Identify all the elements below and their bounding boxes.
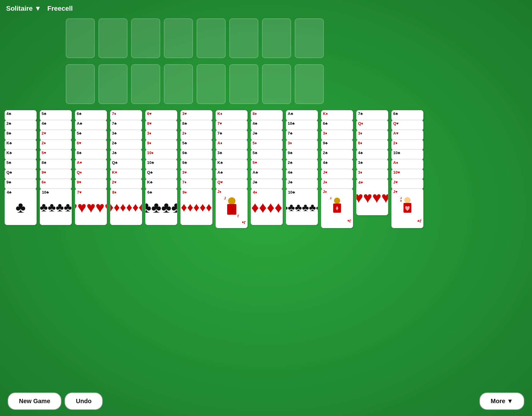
card[interactable]: J♥ xyxy=(321,169,353,180)
card[interactable]: 7♣ xyxy=(356,110,388,121)
card[interactable]: 3♦ xyxy=(356,130,388,140)
card[interactable]: 3♥ xyxy=(180,169,212,180)
card[interactable]: 4♣ xyxy=(251,120,283,131)
jack-diamonds-card-2[interactable]: J♦ J J♦ xyxy=(321,188,353,228)
card[interactable]: A♦ xyxy=(391,159,423,170)
card[interactable]: 5♣ xyxy=(180,139,212,150)
card[interactable]: 8♦ ♦♦♦♦♦♦♦♦ xyxy=(110,188,142,225)
card[interactable]: 7♦ xyxy=(180,179,212,189)
card[interactable]: 10♣ ♣♣♣♣♣♣♣♣♣♣ xyxy=(40,188,72,225)
card[interactable]: A♥ xyxy=(391,130,423,140)
card[interactable]: A♣ xyxy=(216,169,248,180)
jack-hearts-card[interactable]: J♥ J ♥ J♥ xyxy=(391,188,423,228)
card[interactable]: K♣ xyxy=(216,159,248,170)
card[interactable]: 8♣ xyxy=(5,130,37,140)
card[interactable]: 4♣ xyxy=(321,159,353,170)
more-button[interactable]: More ▼ xyxy=(479,392,524,410)
card[interactable]: 5♥ xyxy=(251,159,283,170)
foundation-slot-3[interactable] xyxy=(262,18,291,58)
card[interactable]: 5♣ xyxy=(5,159,37,170)
foundation-slot-8[interactable] xyxy=(164,64,193,104)
card[interactable]: A♣ xyxy=(75,120,107,131)
card[interactable]: 6♦ xyxy=(356,139,388,150)
card[interactable]: 7♣ xyxy=(110,120,142,131)
card[interactable]: 6♣ ♣♣♣♣♣♣ xyxy=(145,188,177,225)
card[interactable]: 8♣ xyxy=(180,120,212,131)
card[interactable]: 4♣ xyxy=(356,149,388,160)
card[interactable]: 2♣ xyxy=(286,159,318,170)
card[interactable]: 2♣ xyxy=(110,139,142,150)
freecell-slot-4[interactable] xyxy=(164,18,193,58)
foundation-slot-10[interactable] xyxy=(229,64,258,104)
card[interactable]: K♣ xyxy=(145,179,177,189)
card[interactable]: 10♦ xyxy=(145,149,177,160)
card[interactable]: K♦ xyxy=(216,110,248,121)
card[interactable]: 8♦ xyxy=(251,110,283,121)
card[interactable]: 7♥ xyxy=(216,120,248,131)
card[interactable]: 10♣ xyxy=(286,120,318,131)
card[interactable]: 6♣ xyxy=(391,110,423,121)
card[interactable]: 2♥ xyxy=(110,179,142,189)
card[interactable]: 5♣ xyxy=(251,149,283,160)
card[interactable]: 2♦ xyxy=(180,130,212,140)
card[interactable]: Q♥ xyxy=(391,120,423,131)
card[interactable]: 9♣ xyxy=(180,149,212,160)
freecell-slot-3[interactable] xyxy=(131,18,160,58)
solitaire-menu[interactable]: Solitaire ▼ xyxy=(6,5,41,13)
card[interactable]: 5♥ xyxy=(40,149,72,160)
card[interactable]: 4♣ xyxy=(40,120,72,131)
card[interactable]: 10♣ xyxy=(145,159,177,170)
card[interactable]: K♣ xyxy=(5,149,37,160)
card[interactable]: J♥ xyxy=(391,179,423,189)
card[interactable]: 9♣ xyxy=(180,159,212,170)
card[interactable]: J♣ xyxy=(251,179,283,189)
card[interactable]: 9♦ xyxy=(145,139,177,150)
foundation-slot-11[interactable] xyxy=(262,64,291,104)
card[interactable]: 9♥ xyxy=(40,169,72,180)
card[interactable]: 6♣ xyxy=(321,120,353,131)
card[interactable]: K♥ xyxy=(110,169,142,180)
card[interactable]: Q♣ xyxy=(110,159,142,170)
card[interactable]: 4♣ xyxy=(286,169,318,180)
card[interactable]: 8♣ xyxy=(75,149,107,160)
card[interactable]: J♣ xyxy=(110,149,142,160)
card[interactable]: 8♣ xyxy=(40,159,72,170)
card[interactable]: 3♣ xyxy=(110,130,142,140)
card[interactable]: 7♥ ♥♥♥♥♥♥♥ xyxy=(75,188,107,225)
foundation-slot-4[interactable] xyxy=(295,18,324,58)
card[interactable]: 7♦ xyxy=(110,110,142,121)
card[interactable]: J♦ xyxy=(321,179,353,189)
card[interactable]: 9♣ xyxy=(321,139,353,150)
card[interactable]: K♣ xyxy=(5,139,37,150)
card[interactable]: 7♣ xyxy=(216,130,248,140)
card[interactable]: 3♦ xyxy=(321,130,353,140)
card[interactable]: Q♣ xyxy=(5,169,37,180)
card[interactable]: 5♦ xyxy=(251,139,283,150)
card[interactable]: 9♦ ♦♦♦♦♦♦♦♦♦ xyxy=(180,188,212,225)
card[interactable]: A♣ xyxy=(251,169,283,180)
card[interactable]: 10♣ ♣♣♣♣♣♣♣♣♣♣ xyxy=(286,188,318,225)
card[interactable]: 5♣ xyxy=(40,110,72,121)
card[interactable]: 9♥ xyxy=(75,179,107,189)
card[interactable]: Q♦ xyxy=(75,169,107,180)
freecell-slot-1[interactable] xyxy=(66,18,95,58)
card[interactable]: 6♦ xyxy=(40,179,72,189)
card[interactable]: 4♦ ♦♦♦♦ xyxy=(251,188,283,225)
card[interactable]: A♣ xyxy=(286,110,318,121)
card[interactable]: Q♣ xyxy=(145,169,177,180)
foundation-slot-5[interactable] xyxy=(66,64,95,104)
card[interactable]: 2♣ xyxy=(321,149,353,160)
card[interactable]: 4♣ xyxy=(5,110,37,121)
card[interactable]: 9♣ xyxy=(5,179,37,189)
card[interactable]: 5♣ xyxy=(75,130,107,140)
card[interactable]: K♦ xyxy=(321,110,353,121)
freecell-slot-2[interactable] xyxy=(98,18,127,58)
card[interactable]: Q♦ xyxy=(356,120,388,131)
card[interactable]: A♦ xyxy=(216,139,248,150)
card[interactable]: 3♥ xyxy=(180,110,212,121)
card[interactable]: 7♣ xyxy=(286,130,318,140)
card[interactable]: 6♥ xyxy=(75,139,107,150)
card[interactable]: 3♦ xyxy=(286,139,318,150)
card[interactable]: 3♦ xyxy=(356,169,388,180)
card[interactable]: 8♥ xyxy=(145,120,177,131)
